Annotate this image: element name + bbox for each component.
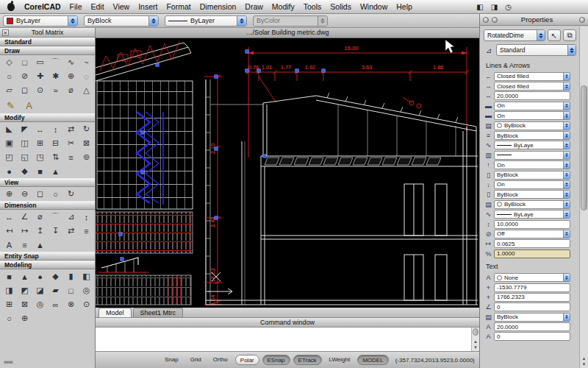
draw-tool-icon[interactable]: A	[20, 97, 38, 113]
dimension-tool-icon[interactable]: ⇄	[63, 224, 79, 238]
modify-tool-icon[interactable]: ▣	[1, 136, 17, 150]
volume-icon[interactable]: ◨	[491, 3, 498, 11]
modeling-tool-icon[interactable]: ■	[1, 269, 17, 283]
view-tool-icon[interactable]: ↻	[63, 187, 79, 201]
properties-scrollbar-arrows[interactable]: ▲▼	[580, 355, 588, 368]
draw-tool-icon[interactable]: ⊘	[17, 69, 32, 83]
text-color-combo[interactable]: ByBlock	[494, 313, 570, 322]
view-tool-icon[interactable]: ◻	[32, 187, 48, 201]
view-tool-icon[interactable]: ⊕	[1, 187, 17, 201]
draw-tool-icon[interactable]: ✎	[1, 97, 20, 113]
dim-linestyle-combo[interactable]: ByLaye	[494, 141, 570, 149]
status-etrack-button[interactable]: ETrack	[293, 355, 322, 365]
status-snap-button[interactable]: Snap	[160, 355, 183, 365]
modify-tool-icon[interactable]: ⊚	[79, 150, 94, 164]
modify-tool-icon[interactable]: ◫	[17, 136, 32, 150]
properties-titlebar[interactable]: Properties	[480, 14, 588, 26]
modeling-tool-icon[interactable]: ∞	[48, 297, 63, 311]
select-entities-button[interactable]: ⧉	[563, 29, 576, 41]
dim-line-color-combo[interactable]: ByBlock	[494, 121, 570, 130]
draw-tool-icon[interactable]: ∿	[63, 55, 79, 69]
menu-draw[interactable]: Draw	[240, 2, 268, 11]
section-header-standard[interactable]: Standard	[0, 38, 95, 46]
modeling-tool-icon[interactable]: ⊗	[63, 297, 79, 311]
modify-tool-icon[interactable]: ✂	[63, 136, 79, 150]
dim-line-2-combo[interactable]: On	[494, 111, 570, 120]
modeling-tool-icon[interactable]: ▮	[63, 269, 79, 283]
draw-tool-icon[interactable]: ◇	[1, 55, 17, 69]
draw-tool-icon[interactable]: ◻	[17, 83, 32, 97]
modeling-tool-icon[interactable]: ◩	[17, 283, 32, 297]
arrow-size-input[interactable]: 20.0000	[494, 91, 570, 100]
command-window-titlebar[interactable]: Command window	[96, 318, 479, 328]
close-icon[interactable]	[483, 17, 489, 23]
modify-tool-icon[interactable]: ≡	[63, 150, 79, 164]
modeling-tool-icon[interactable]: ○	[1, 311, 17, 325]
modify-tool-icon[interactable]: ◣	[1, 122, 17, 136]
modeling-tool-icon[interactable]: ◎	[32, 297, 48, 311]
section-header-dimension[interactable]: Dimension	[0, 201, 95, 210]
dimension-style-combo[interactable]: Standard	[496, 44, 576, 56]
cad-viewport[interactable]: 16.00 0.76 1.01 1.77 1.92 3.63 1.86 2.10…	[96, 38, 479, 308]
display-icon[interactable]: ◧	[476, 3, 483, 11]
menu-solids[interactable]: Solids	[326, 2, 356, 11]
dimension-tool-icon[interactable]: ⌀	[32, 210, 48, 224]
properties-scrollbar[interactable]: ▲▼	[579, 26, 588, 368]
modify-tool-icon[interactable]: ▲	[48, 164, 63, 178]
modeling-tool-icon[interactable]: ◎	[79, 283, 94, 297]
ext-line-color-combo[interactable]: ByBlock	[494, 200, 570, 209]
dimension-tool-icon[interactable]: ⊿	[63, 210, 79, 224]
dimension-tool-icon[interactable]: ↧	[48, 224, 63, 238]
dim-lineweight-combo[interactable]: ByBlock	[494, 131, 570, 140]
text-rotation-input[interactable]: 0	[494, 302, 570, 311]
collapse-chevrons[interactable]: «««	[4, 358, 12, 366]
draw-tool-icon[interactable]: ▭	[32, 55, 48, 69]
modify-tool-icon[interactable]: ↻	[79, 122, 94, 136]
dimension-tool-icon[interactable]: ↥	[32, 224, 48, 238]
status-lweight-button[interactable]: LWeight	[325, 355, 355, 365]
modeling-tool-icon[interactable]: ◧	[79, 269, 94, 283]
ext-line-1-combo[interactable]: On	[494, 160, 570, 169]
menu-format[interactable]: Format	[162, 2, 195, 11]
status-ortho-button[interactable]: Ortho	[209, 355, 232, 365]
modify-tool-icon[interactable]: ◆	[17, 164, 32, 178]
modeling-tool-icon[interactable]: □	[63, 283, 79, 297]
modify-tool-icon[interactable]: ◰	[1, 150, 17, 164]
modeling-tool-icon[interactable]: ⊞	[1, 297, 17, 311]
dimension-tool-icon[interactable]: ↔	[1, 210, 17, 224]
tab-model[interactable]: Model	[98, 308, 132, 317]
section-header-modify[interactable]: Modify	[0, 113, 95, 122]
command-scrollbar[interactable]: ▲▼	[471, 328, 479, 351]
section-header-entity-snap[interactable]: Entity Snap	[0, 252, 95, 261]
draw-tool-icon[interactable]: ✱	[48, 69, 63, 83]
tool-matrix-titlebar[interactable]: ✕ Tool Matrix	[0, 28, 95, 38]
ext-line-2-style-combo[interactable]: ByBlock	[494, 190, 570, 199]
modeling-tool-icon[interactable]: ◨	[1, 283, 17, 297]
select-matching-button[interactable]: ↖	[548, 29, 561, 41]
command-window-input[interactable]: ▲▼	[96, 328, 479, 352]
modify-tool-icon[interactable]: ⊞	[32, 136, 48, 150]
arrowhead-2-combo[interactable]: Closed filled	[494, 82, 570, 91]
ext-linestyle-combo[interactable]: ByLaye	[494, 210, 570, 219]
modeling-tool-icon[interactable]: ●	[32, 269, 48, 283]
draw-tool-icon[interactable]: □	[17, 55, 32, 69]
modify-tool-icon[interactable]: ⊟	[48, 136, 63, 150]
dimension-tool-icon[interactable]: ↦	[17, 224, 32, 238]
ext-line-2-combo[interactable]: On	[494, 180, 570, 189]
menu-help[interactable]: Help	[392, 2, 417, 11]
modify-tool-icon[interactable]: ◤	[17, 122, 32, 136]
dimension-tool-icon[interactable]: ↕	[79, 210, 94, 224]
dim-line-extend-combo[interactable]	[494, 151, 570, 160]
modeling-tool-icon[interactable]: ▰	[48, 283, 63, 297]
menu-edit[interactable]: Edit	[87, 2, 109, 11]
menu-insert[interactable]: Insert	[134, 2, 162, 11]
dim-line-1-combo[interactable]: On	[494, 102, 570, 110]
modeling-tool-icon[interactable]: ⊕	[17, 311, 32, 325]
section-header-view[interactable]: View	[0, 178, 95, 187]
draw-tool-icon[interactable]: ○	[1, 69, 17, 83]
modify-tool-icon[interactable]: ◱	[17, 150, 32, 164]
drawing-titlebar[interactable]: …/Solar Building metric.dwg	[96, 28, 479, 38]
dimension-tool-icon[interactable]: ▲	[32, 238, 48, 252]
draw-tool-icon[interactable]: ▱	[1, 83, 17, 97]
color-combo[interactable]: ByLayer	[3, 15, 78, 26]
